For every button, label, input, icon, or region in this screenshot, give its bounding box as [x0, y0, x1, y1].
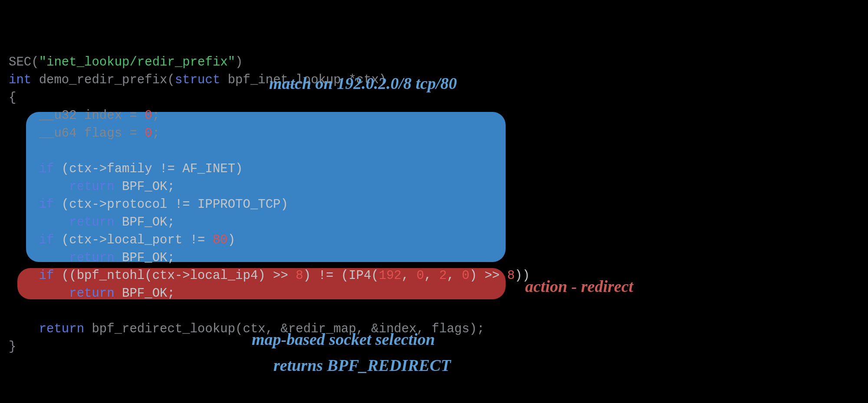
code-line-6: [9, 144, 16, 158]
code-line-7: if (ctx->family != AF_INET): [9, 162, 243, 176]
code-line-17: }: [9, 340, 16, 354]
code-line-14: return BPF_OK;: [9, 286, 175, 301]
code-line-4: __u32 index = 0;: [9, 108, 160, 123]
code-line-8: return BPF_OK;: [9, 180, 175, 194]
annotation-match: match on 192.0.2.0/8 tcp/80: [269, 74, 457, 93]
code-figure: SEC("inet_lookup/redir_prefix") int demo…: [0, 0, 868, 403]
code-line-1: SEC("inet_lookup/redir_prefix"): [9, 55, 243, 69]
code-line-5: __u64 flags = 0;: [9, 126, 160, 141]
code-line-15: [9, 304, 16, 318]
annotation-map-1: map-based socket selection: [252, 330, 435, 349]
code-line-11: if (ctx->local_port != 80): [9, 233, 235, 247]
code-line-9: if (ctx->protocol != IPPROTO_TCP): [9, 197, 288, 212]
annotation-map-2: returns BPF_REDIRECT: [273, 356, 451, 375]
code-line-12: return BPF_OK;: [9, 251, 175, 265]
code-line-13: if ((bpf_ntohl(ctx->local_ip4) >> 8) != …: [9, 269, 530, 283]
annotation-action: action - redirect: [525, 277, 633, 296]
code-line-10: return BPF_OK;: [9, 215, 175, 229]
code-line-3: {: [9, 91, 16, 105]
